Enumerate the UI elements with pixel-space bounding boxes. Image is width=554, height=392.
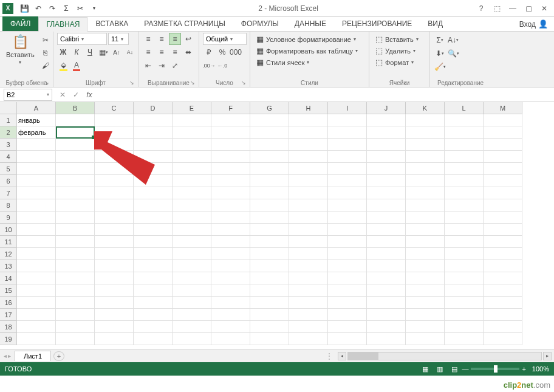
select-all-corner[interactable] bbox=[0, 102, 17, 114]
cell-D10[interactable] bbox=[134, 224, 173, 236]
indent-decrease-button[interactable]: ⇤ bbox=[142, 60, 154, 72]
cell-H17[interactable] bbox=[289, 309, 328, 321]
cell-D5[interactable] bbox=[134, 163, 173, 175]
cell-K5[interactable] bbox=[406, 163, 445, 175]
cell-J17[interactable] bbox=[367, 309, 406, 321]
cell-C17[interactable] bbox=[95, 309, 134, 321]
cell-A13[interactable] bbox=[17, 260, 56, 272]
cell-D7[interactable] bbox=[134, 187, 173, 199]
align-bottom-button[interactable]: ≡ bbox=[169, 33, 181, 45]
cell-K7[interactable] bbox=[406, 187, 445, 199]
cell-G13[interactable] bbox=[250, 260, 289, 272]
cell-C11[interactable] bbox=[95, 236, 134, 248]
enter-formula-icon[interactable]: ✓ bbox=[69, 91, 83, 99]
row-header[interactable]: 13 bbox=[0, 260, 17, 272]
cell-E6[interactable] bbox=[173, 175, 211, 187]
cell-M9[interactable] bbox=[484, 211, 522, 224]
bold-button[interactable]: Ж bbox=[57, 46, 69, 58]
insert-cells-button[interactable]: ⬚Вставить▾ bbox=[373, 34, 421, 44]
cell-H9[interactable] bbox=[289, 211, 328, 224]
undo-icon[interactable]: ↶ bbox=[32, 2, 44, 15]
cell-L2[interactable] bbox=[445, 126, 484, 139]
cell-B6[interactable] bbox=[56, 175, 95, 187]
merge-button[interactable]: ⬌ bbox=[182, 46, 194, 58]
cell-I14[interactable] bbox=[328, 272, 367, 284]
cell-D15[interactable] bbox=[134, 284, 173, 297]
cell-F1[interactable] bbox=[211, 114, 250, 126]
clipboard-launcher-icon[interactable]: ↘ bbox=[44, 80, 49, 86]
cell-B13[interactable] bbox=[56, 260, 95, 272]
border-button[interactable]: ▦▾ bbox=[97, 46, 109, 58]
cell-L5[interactable] bbox=[445, 163, 484, 175]
cell-J8[interactable] bbox=[367, 199, 406, 211]
cell-K17[interactable] bbox=[406, 309, 445, 321]
column-header[interactable]: K bbox=[406, 102, 445, 114]
cell-A2[interactable]: февраль bbox=[17, 126, 56, 139]
cell-H7[interactable] bbox=[289, 187, 328, 199]
cell-F15[interactable] bbox=[211, 284, 250, 297]
cell-B12[interactable] bbox=[56, 248, 95, 260]
cell-B16[interactable] bbox=[56, 297, 95, 309]
comma-button[interactable]: 000 bbox=[230, 46, 242, 58]
cell-A10[interactable] bbox=[17, 224, 56, 236]
cell-M2[interactable] bbox=[484, 126, 522, 139]
save-icon[interactable]: 💾 bbox=[18, 2, 30, 15]
cell-G16[interactable] bbox=[250, 297, 289, 309]
font-grow-button[interactable]: A↑ bbox=[111, 46, 123, 58]
cell-B17[interactable] bbox=[56, 309, 95, 321]
formula-input[interactable] bbox=[96, 89, 554, 101]
cell-H19[interactable] bbox=[289, 333, 328, 345]
align-launcher-icon[interactable]: ↘ bbox=[190, 80, 195, 86]
copy-button[interactable]: ⎘ bbox=[39, 47, 52, 59]
name-box[interactable]: B2▾ bbox=[4, 89, 52, 101]
cell-I9[interactable] bbox=[328, 211, 367, 224]
row-header[interactable]: 4 bbox=[0, 151, 17, 163]
cell-H10[interactable] bbox=[289, 224, 328, 236]
cell-E3[interactable] bbox=[173, 139, 211, 151]
ribbon-display-icon[interactable]: ⬚ bbox=[490, 2, 504, 15]
hscroll-thumb[interactable] bbox=[348, 352, 378, 360]
cell-I5[interactable] bbox=[328, 163, 367, 175]
cell-J3[interactable] bbox=[367, 139, 406, 151]
cell-F17[interactable] bbox=[211, 309, 250, 321]
cell-K10[interactable] bbox=[406, 224, 445, 236]
cell-H14[interactable] bbox=[289, 272, 328, 284]
row-header[interactable]: 14 bbox=[0, 272, 17, 284]
cell-M8[interactable] bbox=[484, 199, 522, 211]
cell-I10[interactable] bbox=[328, 224, 367, 236]
cell-E18[interactable] bbox=[173, 321, 211, 333]
cell-M15[interactable] bbox=[484, 284, 522, 297]
help-icon[interactable]: ? bbox=[474, 2, 488, 15]
cancel-formula-icon[interactable]: ✕ bbox=[56, 91, 69, 99]
cell-H4[interactable] bbox=[289, 151, 328, 163]
cell-K9[interactable] bbox=[406, 211, 445, 224]
cell-C3[interactable] bbox=[95, 139, 134, 151]
cell-G4[interactable] bbox=[250, 151, 289, 163]
cell-A16[interactable] bbox=[17, 297, 56, 309]
cell-C4[interactable] bbox=[95, 151, 134, 163]
cell-C8[interactable] bbox=[95, 199, 134, 211]
cell-H3[interactable] bbox=[289, 139, 328, 151]
delete-cells-button[interactable]: ⬚Удалить▾ bbox=[373, 46, 421, 56]
autosum-icon[interactable]: Σ bbox=[60, 2, 72, 15]
cell-M3[interactable] bbox=[484, 139, 522, 151]
fx-icon[interactable]: fx bbox=[83, 91, 96, 99]
cell-A15[interactable] bbox=[17, 284, 56, 297]
cell-D2[interactable] bbox=[134, 126, 173, 139]
cell-H12[interactable] bbox=[289, 248, 328, 260]
cell-H5[interactable] bbox=[289, 163, 328, 175]
cell-H8[interactable] bbox=[289, 199, 328, 211]
tab-home[interactable]: ГЛАВНАЯ bbox=[38, 17, 87, 32]
cell-D9[interactable] bbox=[134, 211, 173, 224]
cell-G6[interactable] bbox=[250, 175, 289, 187]
cell-J18[interactable] bbox=[367, 321, 406, 333]
cell-L11[interactable] bbox=[445, 236, 484, 248]
normal-view-icon[interactable]: ▦ bbox=[419, 363, 432, 374]
conditional-formatting-button[interactable]: ▦Условное форматирование▾ bbox=[254, 34, 360, 44]
cell-M7[interactable] bbox=[484, 187, 522, 199]
column-header[interactable]: B bbox=[56, 102, 95, 114]
font-size-combo[interactable]: 11▾ bbox=[108, 33, 129, 45]
cell-J6[interactable] bbox=[367, 175, 406, 187]
autosum-button[interactable]: Σ▾ bbox=[434, 34, 446, 46]
sheet-tab[interactable]: Лист1 bbox=[15, 351, 51, 361]
